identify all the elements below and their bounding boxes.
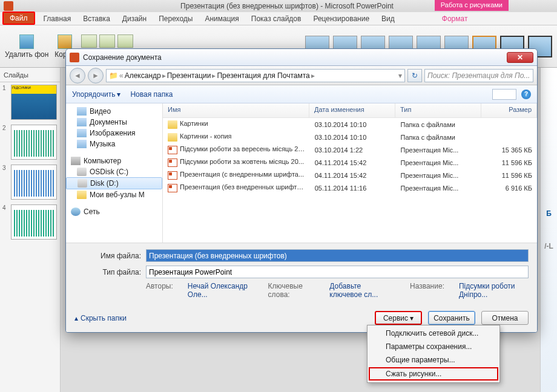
tab-transitions[interactable]: Переходы (153, 13, 199, 25)
column-date[interactable]: Дата изменения (309, 103, 395, 117)
slide-thumbnail[interactable]: 2 (0, 122, 60, 162)
tree-item-diskd[interactable]: Disk (D:) (66, 177, 162, 189)
tab-view[interactable]: Вид (375, 13, 401, 25)
contextual-tab-picture-tools[interactable]: Работа с рисунками (435, 0, 509, 11)
search-placeholder: Поиск: Презентация для По... (427, 71, 530, 80)
folder-icon: 📁 (109, 71, 118, 80)
organize-label: Упорядочить (72, 90, 115, 99)
title-value[interactable]: Підсумки роботи Дніпро... (459, 282, 529, 299)
tab-slideshow[interactable]: Показ слайдов (245, 13, 308, 25)
tab-review[interactable]: Рецензирование (307, 13, 375, 25)
tab-format[interactable]: Формат (436, 13, 474, 25)
authors-label: Авторы: (146, 282, 173, 299)
breadcrumb-item[interactable]: Александр (125, 71, 161, 80)
remove-background-button[interactable]: Удалить фон (5, 34, 48, 59)
file-row[interactable]: Презентация (без внедренных шрифтов)05.1… (163, 181, 537, 194)
ppt-file-icon (168, 158, 177, 167)
tree-item-music[interactable]: Музыка (66, 139, 162, 149)
close-button[interactable]: ✕ (507, 52, 533, 63)
column-name[interactable]: Имя (163, 103, 309, 117)
breadcrumb-item[interactable]: Презентация для Почтамта (217, 71, 309, 80)
powerpoint-icon (4, 1, 13, 11)
tab-file[interactable]: Файл (2, 11, 35, 25)
remove-background-icon (19, 34, 34, 49)
powerpoint-icon (70, 53, 79, 62)
folder-icon (168, 133, 177, 142)
slides-panel-header[interactable]: Слайды (0, 68, 60, 82)
menu-general-options[interactable]: Общие параметры... (369, 353, 498, 367)
dialog-titlebar[interactable]: Сохранение документа ✕ (66, 49, 537, 66)
tab-animation[interactable]: Анимация (199, 13, 245, 25)
search-input[interactable]: Поиск: Презентация для По... (424, 69, 533, 82)
slide-number: 3 (2, 165, 8, 200)
file-row[interactable]: Картинки03.10.2014 10:10Папка с файлами (163, 118, 537, 131)
slide-number: 1 (2, 85, 8, 120)
dialog-toolbar: Упорядочить ▾ Новая папка ? (66, 85, 537, 103)
tree-item-network[interactable]: Сеть (66, 206, 162, 217)
nav-back-button[interactable]: ◄ (70, 68, 85, 83)
tree-item-osdisk[interactable]: OSDisk (C:) (66, 166, 162, 177)
network-icon (71, 207, 81, 216)
nav-forward-button[interactable]: ► (88, 68, 104, 83)
music-icon (77, 140, 87, 148)
column-size[interactable]: Размер (481, 103, 537, 117)
menu-map-network-drive[interactable]: Подключить сетевой диск... (369, 327, 498, 340)
hide-folders-link[interactable]: ▴ Скрыть папки (74, 314, 127, 322)
refresh-button[interactable]: ↻ (407, 69, 422, 82)
slide-number: 2 (2, 125, 8, 160)
filetype-label: Тип файла: (74, 268, 141, 276)
file-row[interactable]: Презентация (с внедренными шрифта...04.1… (163, 169, 537, 181)
cancel-button[interactable]: Отмена (481, 311, 529, 325)
slide-title: ПІДСУМКИ (12, 85, 56, 94)
ribbon-tabs: Файл Главная Вставка Дизайн Переходы Ани… (0, 12, 557, 25)
slide-thumbnail[interactable]: 4 (0, 202, 60, 242)
tab-insert[interactable]: Вставка (77, 13, 116, 25)
ppt-file-icon (168, 184, 177, 192)
folder-tree: Видео Документы Изображения Музыка Компь… (66, 103, 163, 243)
save-as-dialog: Сохранение документа ✕ ◄ ► 📁 « Александр… (65, 48, 538, 333)
preset-thumb[interactable] (81, 34, 97, 48)
view-mode-button[interactable] (492, 89, 516, 100)
save-button[interactable]: Сохранить (428, 311, 475, 325)
file-row[interactable]: Підсумки роботи за жовтень місяць 20...0… (163, 156, 537, 169)
list-header: Имя Дата изменения Тип Размер (163, 103, 537, 118)
organize-button[interactable]: Упорядочить ▾ (72, 90, 120, 99)
breadcrumb[interactable]: 📁 « Александр ▸ Презентации ▸ Презентаци… (106, 69, 405, 82)
images-icon (77, 129, 87, 137)
slide-thumbnail[interactable]: 3 (0, 162, 60, 202)
chevron-down-icon[interactable]: ▾ (398, 71, 402, 80)
tree-item-documents[interactable]: Документы (66, 117, 162, 128)
file-row[interactable]: Підсумки роботи за вересень місяць 20...… (163, 143, 537, 156)
folder-icon (168, 120, 177, 129)
tree-item-computer[interactable]: Компьютер (66, 155, 162, 166)
video-icon (77, 107, 87, 116)
authors-value[interactable]: Нечай Олександр Оле... (188, 282, 254, 299)
breadcrumb-item[interactable]: Презентации (167, 71, 211, 80)
preset-thumb[interactable] (99, 34, 115, 48)
tab-design[interactable]: Дизайн (116, 13, 153, 25)
filename-input[interactable]: Презентация (без внедренных шрифтов) (146, 249, 529, 262)
title-label: Название: (410, 282, 444, 299)
menu-save-options[interactable]: Параметры сохранения... (369, 340, 498, 353)
tree-item-images[interactable]: Изображения (66, 128, 162, 139)
tree-item-video[interactable]: Видео (66, 106, 162, 117)
keywords-value[interactable]: Добавьте ключевое сл... (329, 282, 395, 299)
menu-compress-pictures[interactable]: Сжать рисунки... (369, 367, 498, 381)
chevron-up-icon: ▴ (74, 314, 78, 322)
filename-label: Имя файла: (74, 252, 141, 260)
tree-item-webnodes[interactable]: Мои веб-узлы M (66, 189, 162, 200)
disk-icon (77, 179, 87, 188)
new-folder-button[interactable]: Новая папка (130, 90, 173, 99)
tab-home[interactable]: Главная (38, 13, 77, 25)
column-type[interactable]: Тип (395, 103, 481, 117)
chevron-down-icon: ▾ (117, 90, 120, 99)
filetype-select[interactable]: Презентация PowerPoint (146, 266, 529, 278)
tools-button[interactable]: Сервис ▾ (375, 311, 422, 325)
corrections-icon (58, 34, 72, 49)
help-button[interactable]: ? (521, 90, 531, 99)
file-list: Имя Дата изменения Тип Размер Картинки03… (163, 103, 537, 243)
preset-thumb[interactable] (117, 34, 133, 48)
dialog-navbar: ◄ ► 📁 « Александр ▸ Презентации ▸ Презен… (66, 66, 537, 85)
slide-thumbnail[interactable]: 1 ПІДСУМКИ (0, 82, 60, 122)
file-row[interactable]: Картинки - копия03.10.2014 10:10Папка с … (163, 131, 537, 143)
